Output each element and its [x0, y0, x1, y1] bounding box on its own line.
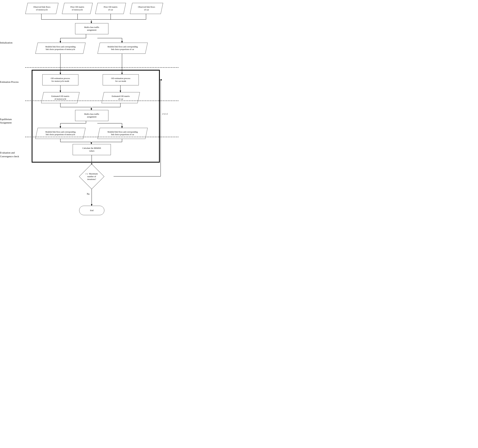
est-label: Estimation Process [0, 80, 21, 84]
calc-rrmse: Calculate the RRMSEvalues [73, 144, 111, 155]
modeled-moto-top-shape: Modeled link flows and correspondinglink… [37, 43, 84, 54]
modeled-moto-mid-shape: Modeled link flows and correspondinglink… [37, 128, 84, 139]
est-od-moto-label: Estimated OD matrixof motorcycle [42, 92, 78, 103]
observed-moto-shape: Observed link flowsof motorcycle [26, 3, 57, 14]
observed-car-shape: Observed link flowsof car [131, 3, 162, 14]
prior-od-car-shape: Prior OD matrixof car [96, 3, 125, 14]
od-est-car-label: OD estimation processfor car mode [111, 77, 130, 82]
multi-class-assign-mid: Multi-class trafficassignment [75, 110, 108, 121]
modeled-car-top-label: Modeled link flows and correspondinglink… [99, 43, 146, 54]
dotted-line-1 [25, 67, 178, 68]
observed-moto-label: Observed link flowsof motorcycle [26, 3, 57, 14]
init-label: Initialization [0, 41, 21, 44]
modeled-car-top-shape: Modeled link flows and correspondinglink… [99, 43, 146, 54]
modeled-car-mid-label: Modeled link flows and correspondinglink… [99, 128, 146, 139]
multi-class-assign-mid-label: Multi-class trafficassignment [84, 113, 99, 118]
iteration-label: i=i+1 [162, 113, 168, 115]
end-shape: End [79, 206, 104, 215]
diagram-container: Initialization Estimation Process Equili… [0, 0, 178, 224]
est-od-moto-shape: Estimated OD matrixof motorcycle [42, 92, 78, 103]
modeled-moto-mid-label: Modeled link flows and correspondinglink… [37, 128, 84, 139]
est-od-car-shape: Estimated OD matrixof car [103, 92, 139, 103]
observed-car-label: Observed link flowsof car [131, 3, 162, 14]
multi-class-assign-top: Multi-class trafficassignment [75, 23, 108, 34]
no-label: No [87, 193, 89, 195]
od-est-moto-label: OD estimation processfor motorcycle mode [51, 77, 70, 82]
calc-rrmse-label: Calculate the RRMSEvalues [82, 147, 101, 152]
modeled-car-mid-shape: Modeled link flows and correspondinglink… [99, 128, 146, 139]
prior-od-moto-label: Prior OD matrixof motocycle [63, 3, 92, 14]
od-est-car: OD estimation processfor car mode [103, 74, 139, 85]
prior-od-moto-shape: Prior OD matrixof motocycle [63, 3, 92, 14]
eq-label: Equilibrium Assignment [0, 118, 21, 125]
convergence-label: i ≤ Maximumnumber ofiterations? [82, 172, 101, 181]
prior-od-car-label: Prior OD matrixof car [96, 3, 125, 14]
convergence-diamond: i ≤ Maximumnumber ofiterations? [69, 165, 114, 188]
modeled-moto-top-label: Modeled link flows and correspondinglink… [37, 43, 84, 54]
multi-class-assign-top-label: Multi-class trafficassignment [84, 26, 99, 32]
eval-label: Evaluation andConvergence check [0, 151, 21, 158]
est-od-car-label: Estimated OD matrixof car [103, 92, 139, 103]
od-est-moto: OD estimation processfor motorcycle mode [42, 74, 78, 85]
end-label: End [90, 209, 94, 212]
